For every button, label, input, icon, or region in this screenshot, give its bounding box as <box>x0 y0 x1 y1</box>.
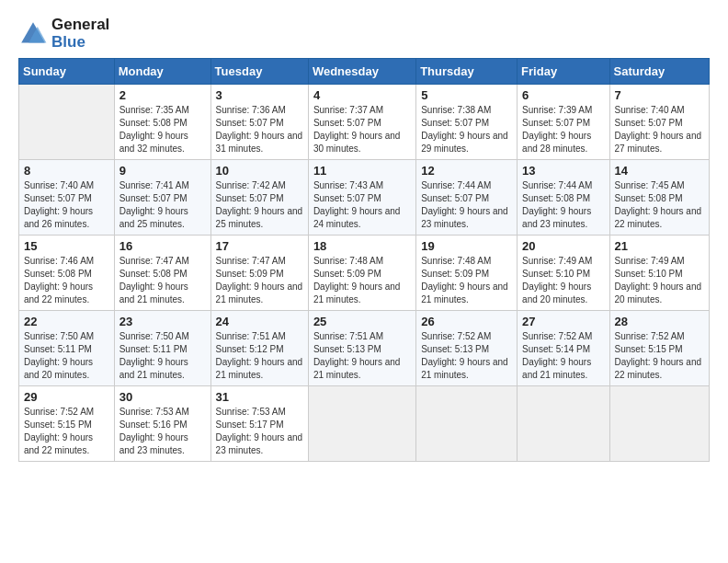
daylight-text: Daylight: 9 hours and 30 minutes. <box>313 131 401 154</box>
sunrise-text: Sunrise: 7:39 AM <box>522 105 592 115</box>
sunrise-text: Sunrise: 7:42 AM <box>216 180 286 190</box>
daylight-text: Daylight: 9 hours and 29 minutes. <box>421 131 508 154</box>
calendar-cell: 23Sunrise: 7:50 AMSunset: 5:11 PMDayligh… <box>114 311 210 386</box>
sunset-text: Sunset: 5:15 PM <box>24 419 92 430</box>
calendar-cell: 7Sunrise: 7:40 AMSunset: 5:07 PMDaylight… <box>609 85 709 160</box>
sunrise-text: Sunrise: 7:37 AM <box>313 105 383 115</box>
sunset-text: Sunset: 5:13 PM <box>421 344 489 354</box>
daylight-text: Daylight: 9 hours and 21 minutes. <box>421 282 508 304</box>
sunset-text: Sunset: 5:07 PM <box>421 118 489 128</box>
daylight-text: Daylight: 9 hours and 25 minutes. <box>119 206 188 229</box>
sunset-text: Sunset: 5:10 PM <box>615 269 683 279</box>
sunset-text: Sunset: 5:13 PM <box>313 344 381 354</box>
sunrise-text: Sunrise: 7:50 AM <box>24 331 94 341</box>
day-number: 5 <box>421 88 512 102</box>
day-number: 3 <box>216 88 303 102</box>
header-cell-wednesday: Wednesday <box>308 59 415 85</box>
sunset-text: Sunset: 5:08 PM <box>615 193 683 203</box>
logo-text: General Blue <box>51 17 109 51</box>
day-number: 31 <box>216 390 303 404</box>
calendar-cell: 26Sunrise: 7:52 AMSunset: 5:13 PMDayligh… <box>416 311 518 386</box>
day-detail: Sunrise: 7:48 AMSunset: 5:09 PMDaylight:… <box>421 255 512 306</box>
header-row: SundayMondayTuesdayWednesdayThursdayFrid… <box>19 59 710 85</box>
sunrise-text: Sunrise: 7:40 AM <box>615 105 685 115</box>
day-detail: Sunrise: 7:46 AMSunset: 5:08 PMDaylight:… <box>24 255 109 306</box>
header-cell-sunday: Sunday <box>19 59 115 85</box>
daylight-text: Daylight: 9 hours and 21 minutes. <box>313 282 401 304</box>
calendar-cell: 11Sunrise: 7:43 AMSunset: 5:07 PMDayligh… <box>308 160 415 236</box>
sunset-text: Sunset: 5:09 PM <box>216 269 284 279</box>
daylight-text: Daylight: 9 hours and 21 minutes. <box>119 282 188 304</box>
day-detail: Sunrise: 7:52 AMSunset: 5:13 PMDaylight:… <box>421 330 512 382</box>
day-detail: Sunrise: 7:39 AMSunset: 5:07 PMDaylight:… <box>522 104 604 155</box>
day-number: 18 <box>313 239 411 253</box>
daylight-text: Daylight: 9 hours and 22 minutes. <box>24 282 93 304</box>
sunset-text: Sunset: 5:17 PM <box>216 419 284 430</box>
day-number: 17 <box>216 239 303 253</box>
sunrise-text: Sunrise: 7:47 AM <box>216 256 286 266</box>
calendar-cell: 14Sunrise: 7:45 AMSunset: 5:08 PMDayligh… <box>609 160 709 236</box>
calendar-row: 22Sunrise: 7:50 AMSunset: 5:11 PMDayligh… <box>19 311 710 386</box>
daylight-text: Daylight: 9 hours and 23 minutes. <box>421 206 508 229</box>
logo: General Blue <box>18 17 109 51</box>
day-number: 8 <box>24 164 109 178</box>
calendar-cell: 8Sunrise: 7:40 AMSunset: 5:07 PMDaylight… <box>19 160 115 236</box>
day-detail: Sunrise: 7:50 AMSunset: 5:11 PMDaylight:… <box>119 330 206 382</box>
sunrise-text: Sunrise: 7:49 AM <box>615 256 685 266</box>
daylight-text: Daylight: 9 hours and 21 minutes. <box>522 357 591 380</box>
day-number: 26 <box>421 315 512 328</box>
sunset-text: Sunset: 5:08 PM <box>119 269 188 279</box>
day-detail: Sunrise: 7:40 AMSunset: 5:07 PMDaylight:… <box>24 179 109 231</box>
sunset-text: Sunset: 5:12 PM <box>216 344 284 354</box>
day-detail: Sunrise: 7:52 AMSunset: 5:14 PMDaylight:… <box>522 330 604 382</box>
calendar-cell <box>19 85 115 160</box>
day-number: 11 <box>313 164 411 178</box>
calendar-cell: 4Sunrise: 7:37 AMSunset: 5:07 PMDaylight… <box>308 85 415 160</box>
day-number: 2 <box>119 88 206 102</box>
sunrise-text: Sunrise: 7:51 AM <box>313 331 383 341</box>
day-number: 15 <box>24 239 109 253</box>
day-detail: Sunrise: 7:44 AMSunset: 5:08 PMDaylight:… <box>522 179 604 231</box>
sunrise-text: Sunrise: 7:40 AM <box>24 180 94 190</box>
day-detail: Sunrise: 7:51 AMSunset: 5:13 PMDaylight:… <box>313 330 411 382</box>
sunrise-text: Sunrise: 7:46 AM <box>24 256 94 266</box>
daylight-text: Daylight: 9 hours and 22 minutes. <box>24 432 93 455</box>
header-cell-thursday: Thursday <box>416 59 518 85</box>
day-detail: Sunrise: 7:49 AMSunset: 5:10 PMDaylight:… <box>615 255 704 306</box>
calendar-cell: 10Sunrise: 7:42 AMSunset: 5:07 PMDayligh… <box>210 160 308 236</box>
day-number: 28 <box>615 315 704 328</box>
calendar-cell: 24Sunrise: 7:51 AMSunset: 5:12 PMDayligh… <box>210 311 308 386</box>
day-detail: Sunrise: 7:45 AMSunset: 5:08 PMDaylight:… <box>615 179 704 231</box>
calendar-cell: 27Sunrise: 7:52 AMSunset: 5:14 PMDayligh… <box>518 311 609 386</box>
sunrise-text: Sunrise: 7:43 AM <box>313 180 383 190</box>
calendar-cell: 30Sunrise: 7:53 AMSunset: 5:16 PMDayligh… <box>114 386 210 462</box>
calendar-cell: 28Sunrise: 7:52 AMSunset: 5:15 PMDayligh… <box>609 311 709 386</box>
daylight-text: Daylight: 9 hours and 20 minutes. <box>615 282 702 304</box>
header-cell-friday: Friday <box>518 59 609 85</box>
header-cell-tuesday: Tuesday <box>210 59 308 85</box>
calendar-table: SundayMondayTuesdayWednesdayThursdayFrid… <box>18 58 710 462</box>
day-number: 16 <box>119 239 206 253</box>
sunset-text: Sunset: 5:07 PM <box>216 193 284 203</box>
day-number: 19 <box>421 239 512 253</box>
sunset-text: Sunset: 5:07 PM <box>313 118 381 128</box>
day-detail: Sunrise: 7:51 AMSunset: 5:12 PMDaylight:… <box>216 330 303 382</box>
daylight-text: Daylight: 9 hours and 21 minutes. <box>119 357 188 380</box>
day-detail: Sunrise: 7:53 AMSunset: 5:16 PMDaylight:… <box>119 406 206 457</box>
calendar-cell: 19Sunrise: 7:48 AMSunset: 5:09 PMDayligh… <box>416 236 518 311</box>
calendar-row: 29Sunrise: 7:52 AMSunset: 5:15 PMDayligh… <box>19 386 710 462</box>
day-detail: Sunrise: 7:41 AMSunset: 5:07 PMDaylight:… <box>119 179 206 231</box>
daylight-text: Daylight: 9 hours and 26 minutes. <box>24 206 93 229</box>
daylight-text: Daylight: 9 hours and 28 minutes. <box>522 131 591 154</box>
sunrise-text: Sunrise: 7:45 AM <box>615 180 685 190</box>
day-detail: Sunrise: 7:38 AMSunset: 5:07 PMDaylight:… <box>421 104 512 155</box>
sunset-text: Sunset: 5:07 PM <box>615 118 683 128</box>
header: General Blue <box>18 17 710 51</box>
sunset-text: Sunset: 5:16 PM <box>119 419 188 430</box>
daylight-text: Daylight: 9 hours and 23 minutes. <box>119 432 188 455</box>
day-detail: Sunrise: 7:53 AMSunset: 5:17 PMDaylight:… <box>216 406 303 457</box>
sunrise-text: Sunrise: 7:35 AM <box>119 105 189 115</box>
calendar-row: 15Sunrise: 7:46 AMSunset: 5:08 PMDayligh… <box>19 236 710 311</box>
day-detail: Sunrise: 7:48 AMSunset: 5:09 PMDaylight:… <box>313 255 411 306</box>
day-number: 23 <box>119 315 206 328</box>
